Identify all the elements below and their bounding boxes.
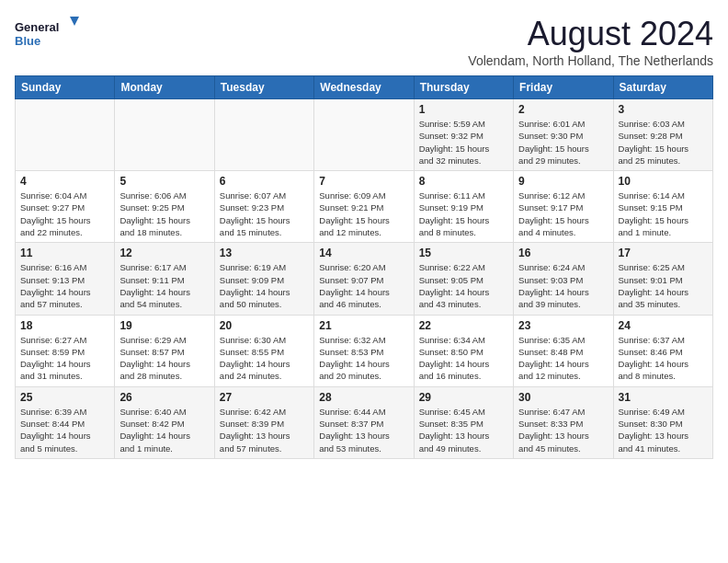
- calendar-cell-3-2: 12Sunrise: 6:17 AM Sunset: 9:11 PM Dayli…: [115, 243, 214, 315]
- day-number: 27: [220, 391, 309, 404]
- calendar-cell-4-6: 23Sunrise: 6:35 AM Sunset: 8:48 PM Dayli…: [514, 315, 613, 386]
- day-detail: Sunrise: 6:34 AM Sunset: 8:50 PM Dayligh…: [419, 334, 508, 383]
- calendar-cell-2-4: 7Sunrise: 6:09 AM Sunset: 9:21 PM Daylig…: [314, 171, 414, 243]
- calendar-cell-2-5: 8Sunrise: 6:11 AM Sunset: 9:19 PM Daylig…: [414, 171, 513, 243]
- calendar-cell-2-2: 5Sunrise: 6:06 AM Sunset: 9:25 PM Daylig…: [115, 171, 214, 243]
- calendar-cell-3-3: 13Sunrise: 6:19 AM Sunset: 9:09 PM Dayli…: [214, 243, 313, 315]
- day-detail: Sunrise: 6:29 AM Sunset: 8:57 PM Dayligh…: [119, 334, 209, 383]
- day-number: 21: [319, 319, 408, 332]
- header-thursday: Thursday: [414, 76, 513, 99]
- calendar-cell-2-7: 10Sunrise: 6:14 AM Sunset: 9:15 PM Dayli…: [613, 171, 712, 243]
- day-number: 25: [20, 391, 109, 404]
- header-saturday: Saturday: [613, 76, 712, 99]
- svg-marker-2: [70, 17, 79, 26]
- day-detail: Sunrise: 6:49 AM Sunset: 8:30 PM Dayligh…: [619, 406, 708, 454]
- day-detail: Sunrise: 6:16 AM Sunset: 9:13 PM Dayligh…: [20, 261, 109, 310]
- calendar-cell-2-3: 6Sunrise: 6:07 AM Sunset: 9:23 PM Daylig…: [214, 171, 313, 243]
- calendar-cell-1-7: 3Sunrise: 6:03 AM Sunset: 9:28 PM Daylig…: [613, 99, 712, 171]
- day-number: 19: [119, 319, 209, 332]
- calendar-cell-3-6: 16Sunrise: 6:24 AM Sunset: 9:03 PM Dayli…: [514, 243, 613, 315]
- day-detail: Sunrise: 6:06 AM Sunset: 9:25 PM Dayligh…: [119, 190, 209, 238]
- day-detail: Sunrise: 6:11 AM Sunset: 9:19 PM Dayligh…: [419, 190, 508, 238]
- calendar-cell-1-6: 2Sunrise: 6:01 AM Sunset: 9:30 PM Daylig…: [514, 99, 613, 171]
- day-detail: Sunrise: 6:44 AM Sunset: 8:37 PM Dayligh…: [319, 406, 408, 454]
- day-number: 31: [619, 391, 708, 404]
- day-number: 29: [419, 391, 508, 404]
- day-number: 4: [20, 175, 109, 188]
- day-detail: Sunrise: 6:17 AM Sunset: 9:11 PM Dayligh…: [119, 261, 209, 310]
- day-number: 22: [419, 319, 508, 332]
- calendar-cell-1-2: [115, 99, 214, 171]
- day-number: 9: [518, 175, 608, 188]
- day-number: 8: [419, 175, 508, 188]
- day-number: 16: [518, 247, 608, 259]
- day-detail: Sunrise: 6:07 AM Sunset: 9:23 PM Dayligh…: [220, 190, 309, 238]
- day-number: 24: [619, 319, 708, 332]
- calendar-cell-4-2: 19Sunrise: 6:29 AM Sunset: 8:57 PM Dayli…: [115, 315, 214, 386]
- day-number: 18: [20, 319, 109, 332]
- week-row-3: 11Sunrise: 6:16 AM Sunset: 9:13 PM Dayli…: [16, 243, 713, 315]
- day-number: 1: [419, 103, 508, 116]
- month-title: August 2024: [468, 15, 713, 53]
- day-detail: Sunrise: 6:09 AM Sunset: 9:21 PM Dayligh…: [319, 190, 408, 238]
- day-detail: Sunrise: 6:25 AM Sunset: 9:01 PM Dayligh…: [619, 261, 708, 310]
- day-detail: Sunrise: 6:35 AM Sunset: 8:48 PM Dayligh…: [518, 334, 608, 383]
- day-detail: Sunrise: 6:27 AM Sunset: 8:59 PM Dayligh…: [20, 334, 109, 383]
- day-detail: Sunrise: 6:45 AM Sunset: 8:35 PM Dayligh…: [419, 406, 508, 454]
- day-number: 6: [220, 175, 309, 188]
- day-detail: Sunrise: 6:22 AM Sunset: 9:05 PM Dayligh…: [419, 261, 508, 310]
- calendar-cell-5-4: 28Sunrise: 6:44 AM Sunset: 8:37 PM Dayli…: [314, 386, 414, 458]
- calendar-cell-1-4: [314, 99, 414, 171]
- calendar-cell-5-7: 31Sunrise: 6:49 AM Sunset: 8:30 PM Dayli…: [613, 386, 712, 458]
- day-number: 11: [20, 247, 109, 259]
- day-detail: Sunrise: 6:47 AM Sunset: 8:33 PM Dayligh…: [518, 406, 608, 454]
- calendar-table: Sunday Monday Tuesday Wednesday Thursday…: [15, 75, 713, 459]
- day-number: 26: [119, 391, 209, 404]
- week-row-4: 18Sunrise: 6:27 AM Sunset: 8:59 PM Dayli…: [16, 315, 713, 386]
- title-section: August 2024 Volendam, North Holland, The…: [468, 15, 713, 68]
- logo-icon: General Blue: [15, 15, 79, 52]
- day-number: 7: [319, 175, 408, 188]
- calendar-cell-4-7: 24Sunrise: 6:37 AM Sunset: 8:46 PM Dayli…: [613, 315, 712, 386]
- calendar-cell-5-5: 29Sunrise: 6:45 AM Sunset: 8:35 PM Dayli…: [414, 386, 513, 458]
- week-row-5: 25Sunrise: 6:39 AM Sunset: 8:44 PM Dayli…: [16, 386, 713, 458]
- day-number: 30: [518, 391, 608, 404]
- header-sunday: Sunday: [16, 76, 115, 99]
- day-number: 15: [419, 247, 508, 259]
- day-detail: Sunrise: 6:42 AM Sunset: 8:39 PM Dayligh…: [220, 406, 309, 454]
- calendar-cell-2-1: 4Sunrise: 6:04 AM Sunset: 9:27 PM Daylig…: [16, 171, 115, 243]
- day-number: 2: [518, 103, 608, 116]
- day-detail: Sunrise: 6:01 AM Sunset: 9:30 PM Dayligh…: [518, 118, 608, 167]
- calendar-cell-1-5: 1Sunrise: 5:59 AM Sunset: 9:32 PM Daylig…: [414, 99, 513, 171]
- day-number: 5: [119, 175, 209, 188]
- calendar-cell-3-1: 11Sunrise: 6:16 AM Sunset: 9:13 PM Dayli…: [16, 243, 115, 315]
- day-number: 23: [518, 319, 608, 332]
- header-friday: Friday: [514, 76, 613, 99]
- day-number: 3: [619, 103, 708, 116]
- day-number: 20: [220, 319, 309, 332]
- day-detail: Sunrise: 6:03 AM Sunset: 9:28 PM Dayligh…: [619, 118, 708, 167]
- calendar-cell-5-1: 25Sunrise: 6:39 AM Sunset: 8:44 PM Dayli…: [16, 386, 115, 458]
- day-detail: Sunrise: 6:32 AM Sunset: 8:53 PM Dayligh…: [319, 334, 408, 383]
- calendar-cell-4-4: 21Sunrise: 6:32 AM Sunset: 8:53 PM Dayli…: [314, 315, 414, 386]
- day-number: 10: [619, 175, 708, 188]
- day-number: 14: [319, 247, 408, 259]
- day-detail: Sunrise: 6:04 AM Sunset: 9:27 PM Dayligh…: [20, 190, 109, 238]
- day-detail: Sunrise: 6:30 AM Sunset: 8:55 PM Dayligh…: [220, 334, 309, 383]
- location: Volendam, North Holland, The Netherlands: [468, 53, 713, 68]
- day-detail: Sunrise: 5:59 AM Sunset: 9:32 PM Dayligh…: [419, 118, 508, 167]
- day-detail: Sunrise: 6:40 AM Sunset: 8:42 PM Dayligh…: [119, 406, 209, 454]
- calendar-cell-1-3: [214, 99, 313, 171]
- calendar-cell-2-6: 9Sunrise: 6:12 AM Sunset: 9:17 PM Daylig…: [514, 171, 613, 243]
- day-detail: Sunrise: 6:37 AM Sunset: 8:46 PM Dayligh…: [619, 334, 708, 383]
- day-number: 12: [119, 247, 209, 259]
- week-row-2: 4Sunrise: 6:04 AM Sunset: 9:27 PM Daylig…: [16, 171, 713, 243]
- page-header: General Blue August 2024 Volendam, North…: [15, 15, 713, 68]
- svg-text:General: General: [15, 20, 59, 34]
- week-row-1: 1Sunrise: 5:59 AM Sunset: 9:32 PM Daylig…: [16, 99, 713, 171]
- day-detail: Sunrise: 6:20 AM Sunset: 9:07 PM Dayligh…: [319, 261, 408, 310]
- calendar-cell-5-3: 27Sunrise: 6:42 AM Sunset: 8:39 PM Dayli…: [214, 386, 313, 458]
- calendar-cell-5-6: 30Sunrise: 6:47 AM Sunset: 8:33 PM Dayli…: [514, 386, 613, 458]
- day-number: 13: [220, 247, 309, 259]
- calendar-cell-5-2: 26Sunrise: 6:40 AM Sunset: 8:42 PM Dayli…: [115, 386, 214, 458]
